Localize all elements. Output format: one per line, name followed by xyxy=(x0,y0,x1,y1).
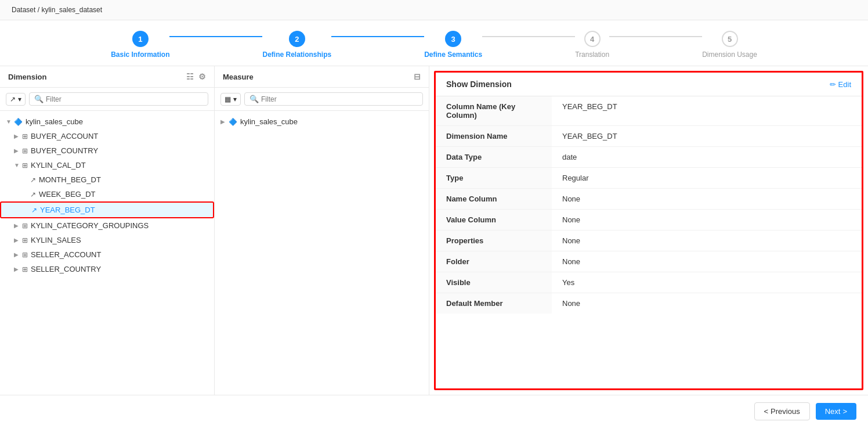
prop-val: date xyxy=(552,147,862,167)
buyer-country-label: BUYER_COUNTRY xyxy=(31,146,98,155)
buyer-account-label: BUYER_ACCOUNT xyxy=(31,132,98,141)
kylin-sales-icon: ⊞ xyxy=(22,236,28,244)
step-2[interactable]: 2 Define Relationships xyxy=(262,31,331,59)
tree-item-kylin-cal-dt[interactable]: ▼ ⊞ KYLIN_CAL_DT xyxy=(0,158,214,172)
property-row: TypeRegular xyxy=(436,168,862,189)
property-row: Dimension NameYEAR_BEG_DT xyxy=(436,126,862,147)
seller-country-label: SELLER_COUNTRY xyxy=(31,265,101,273)
prop-val: None xyxy=(552,251,862,272)
seller-account-arrow: ▶ xyxy=(14,251,22,258)
breadcrumb-parent[interactable]: Dataset xyxy=(12,6,35,14)
prop-key: Visible xyxy=(436,272,552,293)
tree-item-seller-country[interactable]: ▶ ⊞ SELLER_COUNTRY xyxy=(0,262,214,276)
next-chevron-icon: > xyxy=(842,407,847,416)
prop-val: YEAR_BEG_DT xyxy=(552,126,862,146)
step-connector-2-3 xyxy=(331,36,424,37)
tree-item-buyer-country[interactable]: ▶ ⊞ BUYER_COUNTRY xyxy=(0,143,214,158)
tree-item-kylin-category[interactable]: ▶ ⊞ KYLIN_CATEGORY_GROUPINGS xyxy=(0,218,214,233)
measure-root-icon: 🔷 xyxy=(229,118,237,126)
dimension-list-icon[interactable]: ☷ xyxy=(186,72,194,81)
dimension-filter-input-wrapper: 🔍 xyxy=(29,92,208,106)
year-beg-dt-icon: ↗ xyxy=(31,206,37,214)
measure-root-arrow: ▶ xyxy=(220,118,229,125)
tree-item-buyer-account[interactable]: ▶ ⊞ BUYER_ACCOUNT xyxy=(0,129,214,143)
dimension-panel: Dimension ☷ ⚙ ↗ ▾ 🔍 ▼ 🔷 kylin_sales_cube xyxy=(0,66,215,395)
show-dim-title: Show Dimension xyxy=(446,80,512,89)
property-row: Data Typedate xyxy=(436,147,862,168)
dimension-filter-input[interactable] xyxy=(46,95,203,103)
dimension-tree: ▼ 🔷 kylin_sales_cube ▶ ⊞ BUYER_ACCOUNT ▶… xyxy=(0,111,214,395)
step-connector-3-4 xyxy=(482,36,575,37)
measure-filter-input-wrapper: 🔍 xyxy=(244,92,423,106)
measure-select-arrow: ▾ xyxy=(233,95,237,103)
root-label: kylin_sales_cube xyxy=(26,117,83,126)
seller-country-arrow: ▶ xyxy=(14,266,22,272)
dimension-filter-row: ↗ ▾ 🔍 xyxy=(0,88,214,111)
property-row: Name ColumnNone xyxy=(436,189,862,210)
step-5[interactable]: 5 Dimension Usage xyxy=(702,31,757,59)
dimension-type-select[interactable]: ↗ ▾ xyxy=(6,93,26,106)
bar-chart-icon: ▦ xyxy=(225,95,231,103)
tree-item-year-beg-dt[interactable]: ↗ YEAR_BEG_DT xyxy=(0,201,214,218)
seller-account-icon: ⊞ xyxy=(22,251,28,259)
measure-panel-header: Measure ⊟ xyxy=(215,66,429,88)
kylin-cal-dt-arrow: ▼ xyxy=(14,162,22,168)
measure-tree-root[interactable]: ▶ 🔷 kylin_sales_cube xyxy=(215,114,429,129)
tree-root[interactable]: ▼ 🔷 kylin_sales_cube xyxy=(0,114,214,129)
prop-key: Value Column xyxy=(436,210,552,230)
measure-filter-row: ▦ ▾ 🔍 xyxy=(215,88,429,111)
prop-key: Data Type xyxy=(436,147,552,167)
step-3[interactable]: 3 Define Semantics xyxy=(424,31,482,59)
kylin-category-arrow: ▶ xyxy=(14,222,22,229)
measure-type-select[interactable]: ▦ ▾ xyxy=(220,93,241,106)
dimension-settings-icon[interactable]: ⚙ xyxy=(198,72,206,81)
select-arrow: ▾ xyxy=(18,95,21,103)
previous-button[interactable]: < Previous xyxy=(754,402,810,420)
edit-button[interactable]: ✏ Edit xyxy=(830,80,851,89)
seller-country-icon: ⊞ xyxy=(22,265,28,273)
kylin-sales-label: KYLIN_SALES xyxy=(31,236,81,244)
week-beg-dt-icon: ↗ xyxy=(30,190,36,199)
step-4[interactable]: 4 Translation xyxy=(575,31,609,59)
next-button[interactable]: Next > xyxy=(816,403,856,420)
kylin-cal-dt-label: KYLIN_CAL_DT xyxy=(31,161,86,170)
next-label: Next xyxy=(825,407,841,416)
property-row: Default MemberNone xyxy=(436,293,862,314)
kylin-category-label: KYLIN_CATEGORY_GROUPINGS xyxy=(31,221,149,230)
step-connector-4-5 xyxy=(609,36,702,37)
line-chart-icon: ↗ xyxy=(10,95,16,103)
show-dim-header: Show Dimension ✏ Edit xyxy=(436,73,862,96)
dimension-panel-icons: ☷ ⚙ xyxy=(186,72,206,81)
dimension-panel-header: Dimension ☷ ⚙ xyxy=(0,66,214,88)
dimension-panel-title: Dimension xyxy=(8,73,46,81)
tree-item-kylin-sales[interactable]: ▶ ⊞ KYLIN_SALES xyxy=(0,233,214,247)
prop-val: Regular xyxy=(552,168,862,188)
step-2-circle: 2 xyxy=(289,31,305,47)
prop-key: Properties xyxy=(436,230,552,251)
month-beg-dt-label: MONTH_BEG_DT xyxy=(39,175,101,184)
seller-account-label: SELLER_ACCOUNT xyxy=(31,250,101,259)
prop-val: None xyxy=(552,230,862,251)
tree-item-seller-account[interactable]: ▶ ⊞ SELLER_ACCOUNT xyxy=(0,247,214,262)
previous-label: Previous xyxy=(771,407,800,416)
measure-panel: Measure ⊟ ▦ ▾ 🔍 ▶ 🔷 kylin_sales_cube xyxy=(215,66,429,395)
step-2-label: Define Relationships xyxy=(262,51,331,59)
prop-key: Folder xyxy=(436,251,552,272)
step-4-circle: 4 xyxy=(584,31,601,47)
year-beg-dt-label: YEAR_BEG_DT xyxy=(40,206,95,214)
prev-chevron-icon: < xyxy=(764,407,769,416)
property-row: PropertiesNone xyxy=(436,230,862,251)
footer: < Previous Next > xyxy=(0,395,868,425)
measure-filter-input[interactable] xyxy=(261,95,418,103)
tree-item-week-beg-dt[interactable]: ↗ WEEK_BEG_DT xyxy=(0,187,214,201)
edit-label: Edit xyxy=(838,80,851,89)
prop-key: Column Name (Key Column) xyxy=(436,96,552,125)
measure-root-label: kylin_sales_cube xyxy=(240,117,298,126)
measure-table-icon[interactable]: ⊟ xyxy=(414,72,421,81)
kylin-category-icon: ⊞ xyxy=(22,222,28,230)
step-1[interactable]: 1 Basic Information xyxy=(111,31,169,59)
measure-panel-title: Measure xyxy=(223,73,254,81)
prop-val: Yes xyxy=(552,272,862,293)
tree-item-month-beg-dt[interactable]: ↗ MONTH_BEG_DT xyxy=(0,172,214,187)
prop-key: Name Column xyxy=(436,189,552,209)
